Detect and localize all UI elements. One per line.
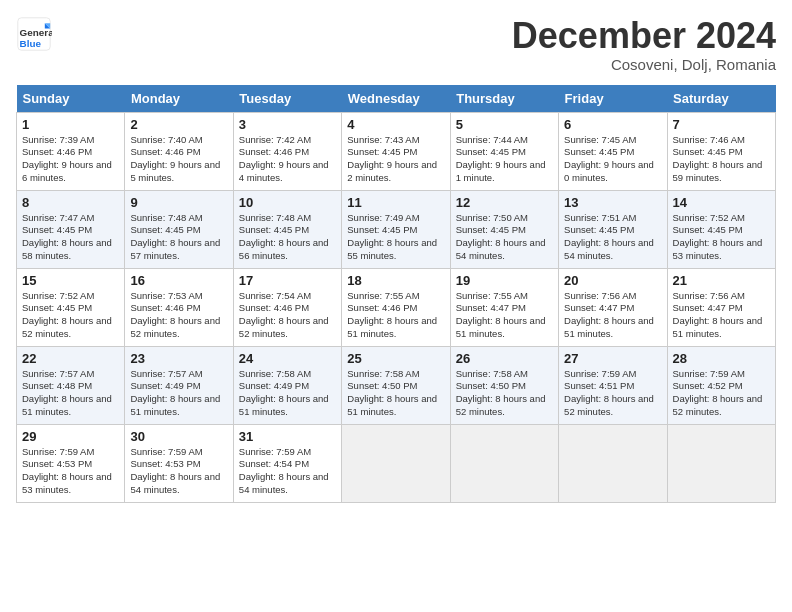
day-number: 1 (22, 117, 119, 132)
week-row-2: 8Sunrise: 7:47 AMSunset: 4:45 PMDaylight… (17, 190, 776, 268)
day-cell: 27Sunrise: 7:59 AMSunset: 4:51 PMDayligh… (559, 346, 667, 424)
cell-info: Sunrise: 7:48 AMSunset: 4:45 PMDaylight:… (130, 212, 227, 263)
day-number: 25 (347, 351, 444, 366)
logo: General Blue (16, 16, 52, 52)
day-cell: 15Sunrise: 7:52 AMSunset: 4:45 PMDayligh… (17, 268, 125, 346)
day-number: 5 (456, 117, 553, 132)
day-number: 29 (22, 429, 119, 444)
day-cell: 18Sunrise: 7:55 AMSunset: 4:46 PMDayligh… (342, 268, 450, 346)
day-number: 3 (239, 117, 336, 132)
day-number: 13 (564, 195, 661, 210)
cell-info: Sunrise: 7:54 AMSunset: 4:46 PMDaylight:… (239, 290, 336, 341)
cell-info: Sunrise: 7:59 AMSunset: 4:51 PMDaylight:… (564, 368, 661, 419)
week-row-4: 22Sunrise: 7:57 AMSunset: 4:48 PMDayligh… (17, 346, 776, 424)
col-wednesday: Wednesday (342, 85, 450, 113)
cell-info: Sunrise: 7:43 AMSunset: 4:45 PMDaylight:… (347, 134, 444, 185)
cell-info: Sunrise: 7:58 AMSunset: 4:49 PMDaylight:… (239, 368, 336, 419)
cell-info: Sunrise: 7:53 AMSunset: 4:46 PMDaylight:… (130, 290, 227, 341)
col-saturday: Saturday (667, 85, 775, 113)
week-row-3: 15Sunrise: 7:52 AMSunset: 4:45 PMDayligh… (17, 268, 776, 346)
day-number: 17 (239, 273, 336, 288)
day-cell: 26Sunrise: 7:58 AMSunset: 4:50 PMDayligh… (450, 346, 558, 424)
day-number: 11 (347, 195, 444, 210)
cell-info: Sunrise: 7:56 AMSunset: 4:47 PMDaylight:… (564, 290, 661, 341)
day-number: 22 (22, 351, 119, 366)
cell-info: Sunrise: 7:39 AMSunset: 4:46 PMDaylight:… (22, 134, 119, 185)
cell-info: Sunrise: 7:51 AMSunset: 4:45 PMDaylight:… (564, 212, 661, 263)
day-number: 7 (673, 117, 770, 132)
day-number: 15 (22, 273, 119, 288)
cell-info: Sunrise: 7:52 AMSunset: 4:45 PMDaylight:… (22, 290, 119, 341)
day-cell: 19Sunrise: 7:55 AMSunset: 4:47 PMDayligh… (450, 268, 558, 346)
day-cell: 31Sunrise: 7:59 AMSunset: 4:54 PMDayligh… (233, 424, 341, 502)
day-cell: 16Sunrise: 7:53 AMSunset: 4:46 PMDayligh… (125, 268, 233, 346)
svg-text:Blue: Blue (20, 38, 42, 49)
col-thursday: Thursday (450, 85, 558, 113)
cell-info: Sunrise: 7:47 AMSunset: 4:45 PMDaylight:… (22, 212, 119, 263)
cell-info: Sunrise: 7:59 AMSunset: 4:53 PMDaylight:… (22, 446, 119, 497)
day-cell: 17Sunrise: 7:54 AMSunset: 4:46 PMDayligh… (233, 268, 341, 346)
day-number: 10 (239, 195, 336, 210)
day-cell: 7Sunrise: 7:46 AMSunset: 4:45 PMDaylight… (667, 112, 775, 190)
day-cell (667, 424, 775, 502)
day-number: 23 (130, 351, 227, 366)
page-container: General Blue December 2024 Cosoveni, Dol… (0, 0, 792, 511)
day-cell: 12Sunrise: 7:50 AMSunset: 4:45 PMDayligh… (450, 190, 558, 268)
col-friday: Friday (559, 85, 667, 113)
day-number: 2 (130, 117, 227, 132)
day-cell: 21Sunrise: 7:56 AMSunset: 4:47 PMDayligh… (667, 268, 775, 346)
cell-info: Sunrise: 7:55 AMSunset: 4:47 PMDaylight:… (456, 290, 553, 341)
day-cell: 22Sunrise: 7:57 AMSunset: 4:48 PMDayligh… (17, 346, 125, 424)
day-cell: 2Sunrise: 7:40 AMSunset: 4:46 PMDaylight… (125, 112, 233, 190)
day-cell: 25Sunrise: 7:58 AMSunset: 4:50 PMDayligh… (342, 346, 450, 424)
header-row: Sunday Monday Tuesday Wednesday Thursday… (17, 85, 776, 113)
cell-info: Sunrise: 7:52 AMSunset: 4:45 PMDaylight:… (673, 212, 770, 263)
day-cell: 30Sunrise: 7:59 AMSunset: 4:53 PMDayligh… (125, 424, 233, 502)
day-cell (342, 424, 450, 502)
day-cell: 13Sunrise: 7:51 AMSunset: 4:45 PMDayligh… (559, 190, 667, 268)
day-number: 14 (673, 195, 770, 210)
day-cell: 4Sunrise: 7:43 AMSunset: 4:45 PMDaylight… (342, 112, 450, 190)
cell-info: Sunrise: 7:59 AMSunset: 4:52 PMDaylight:… (673, 368, 770, 419)
day-cell: 24Sunrise: 7:58 AMSunset: 4:49 PMDayligh… (233, 346, 341, 424)
day-number: 9 (130, 195, 227, 210)
location: Cosoveni, Dolj, Romania (512, 56, 776, 73)
col-tuesday: Tuesday (233, 85, 341, 113)
day-number: 12 (456, 195, 553, 210)
day-cell: 3Sunrise: 7:42 AMSunset: 4:46 PMDaylight… (233, 112, 341, 190)
day-cell: 6Sunrise: 7:45 AMSunset: 4:45 PMDaylight… (559, 112, 667, 190)
cell-info: Sunrise: 7:58 AMSunset: 4:50 PMDaylight:… (347, 368, 444, 419)
day-number: 4 (347, 117, 444, 132)
day-cell: 9Sunrise: 7:48 AMSunset: 4:45 PMDaylight… (125, 190, 233, 268)
cell-info: Sunrise: 7:57 AMSunset: 4:49 PMDaylight:… (130, 368, 227, 419)
cell-info: Sunrise: 7:59 AMSunset: 4:53 PMDaylight:… (130, 446, 227, 497)
cell-info: Sunrise: 7:50 AMSunset: 4:45 PMDaylight:… (456, 212, 553, 263)
day-number: 20 (564, 273, 661, 288)
day-cell: 14Sunrise: 7:52 AMSunset: 4:45 PMDayligh… (667, 190, 775, 268)
day-number: 31 (239, 429, 336, 444)
col-monday: Monday (125, 85, 233, 113)
day-cell: 8Sunrise: 7:47 AMSunset: 4:45 PMDaylight… (17, 190, 125, 268)
col-sunday: Sunday (17, 85, 125, 113)
cell-info: Sunrise: 7:40 AMSunset: 4:46 PMDaylight:… (130, 134, 227, 185)
header: General Blue December 2024 Cosoveni, Dol… (16, 16, 776, 73)
month-title: December 2024 (512, 16, 776, 56)
day-cell: 29Sunrise: 7:59 AMSunset: 4:53 PMDayligh… (17, 424, 125, 502)
day-cell: 20Sunrise: 7:56 AMSunset: 4:47 PMDayligh… (559, 268, 667, 346)
cell-info: Sunrise: 7:45 AMSunset: 4:45 PMDaylight:… (564, 134, 661, 185)
cell-info: Sunrise: 7:56 AMSunset: 4:47 PMDaylight:… (673, 290, 770, 341)
week-row-5: 29Sunrise: 7:59 AMSunset: 4:53 PMDayligh… (17, 424, 776, 502)
cell-info: Sunrise: 7:48 AMSunset: 4:45 PMDaylight:… (239, 212, 336, 263)
cell-info: Sunrise: 7:55 AMSunset: 4:46 PMDaylight:… (347, 290, 444, 341)
day-cell: 11Sunrise: 7:49 AMSunset: 4:45 PMDayligh… (342, 190, 450, 268)
day-number: 6 (564, 117, 661, 132)
day-cell: 10Sunrise: 7:48 AMSunset: 4:45 PMDayligh… (233, 190, 341, 268)
day-cell (450, 424, 558, 502)
title-section: December 2024 Cosoveni, Dolj, Romania (512, 16, 776, 73)
day-number: 16 (130, 273, 227, 288)
day-number: 24 (239, 351, 336, 366)
day-number: 30 (130, 429, 227, 444)
day-cell (559, 424, 667, 502)
calendar-table: Sunday Monday Tuesday Wednesday Thursday… (16, 85, 776, 503)
cell-info: Sunrise: 7:49 AMSunset: 4:45 PMDaylight:… (347, 212, 444, 263)
